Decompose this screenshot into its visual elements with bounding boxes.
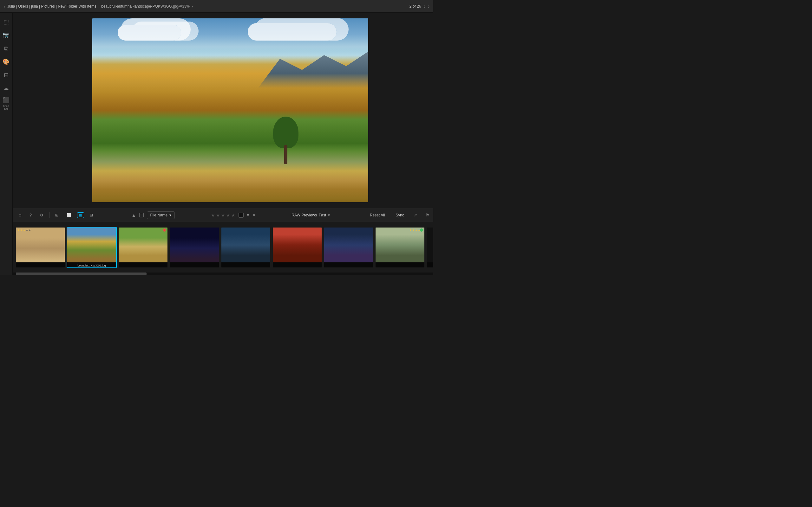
rate-star-4[interactable]: ★ — [226, 213, 230, 218]
thumb-img-3 — [170, 228, 219, 262]
raw-chevron: ▾ — [328, 213, 330, 217]
thumb-label-4 — [221, 262, 270, 268]
filename-label: File Name — [150, 213, 168, 217]
fast-label: Fast — [319, 213, 326, 217]
share-btn[interactable]: ↗ — [411, 211, 420, 220]
bottom-toolbar: □ ? ⚙ ⊞ ⬜ ▦ ⊟ ▲ — [13, 208, 433, 222]
palette-icon: 🎨 — [3, 58, 9, 65]
thumb-img-1 — [67, 228, 116, 262]
icon-bar: ⬚ 📷 ⧉ 🎨 ⊟ ☁ ⬛ Shortcuts — [0, 13, 12, 275]
main-image — [92, 18, 368, 202]
view-single-icon: □ — [19, 213, 21, 217]
filename-dropdown[interactable]: File Name ▾ — [147, 211, 175, 219]
counter-text: 2 of 26 — [409, 4, 421, 9]
thumb-label-2 — [119, 262, 167, 268]
camera-icon: 📷 — [3, 32, 9, 39]
center-area: □ ? ⚙ ⊞ ⬜ ▦ ⊟ ▲ — [13, 13, 433, 275]
icon-bar-display[interactable]: ⬚ — [0, 16, 12, 28]
icon-bar-shortcuts[interactable]: ⬛ Shortcuts — [0, 96, 12, 112]
thumb-label-3 — [170, 262, 219, 268]
rate-star-3[interactable]: ★ — [221, 213, 225, 218]
raw-previews-dropdown[interactable]: RAW Previews Fast ▾ — [292, 213, 330, 217]
film-thumb-4[interactable] — [221, 227, 271, 268]
rate-star-1[interactable]: ★ — [211, 213, 215, 218]
counter-prev[interactable]: ‹ — [423, 3, 425, 9]
icon-bar-palette[interactable]: 🎨 — [0, 56, 12, 68]
main-layout: ⬚ 📷 ⧉ 🎨 ⊟ ☁ ⬛ Shortcuts Browse Presets — [0, 13, 433, 275]
back-chevron[interactable]: ‹ — [4, 4, 5, 9]
cloud2 — [248, 23, 337, 41]
flag-btn[interactable]: ⚑ — [423, 211, 432, 220]
ts0-s1: ★ — [17, 228, 20, 232]
toolbar-reject[interactable]: ✕ — [252, 213, 256, 217]
filter-icon: ⊟ — [4, 72, 9, 78]
color-label-swatch[interactable] — [239, 213, 244, 218]
film-thumb-8[interactable] — [426, 227, 433, 268]
filmstrip-scroll[interactable] — [13, 273, 433, 275]
film-thumb-0[interactable]: ★ ★ ★ ★ ★ — [15, 227, 65, 268]
breadcrumb-path: Julia | Users | julia | Pictures | New F… — [7, 4, 96, 9]
counter-next[interactable]: › — [428, 3, 429, 9]
ts0-s4: ★ — [26, 228, 28, 232]
flag-icon: ⚑ — [426, 213, 429, 217]
icon-bar-camera[interactable]: 📷 — [0, 29, 12, 41]
film-thumb-7[interactable]: ★ ★ ★ ★ ★ — [375, 227, 425, 268]
grid-icon: ⊞ — [55, 213, 58, 217]
grid2-icon: ⊟ — [90, 213, 93, 217]
icon-bar-cloud[interactable]: ☁ — [0, 82, 12, 95]
thumb-label-6 — [324, 262, 373, 268]
thumb-label-5 — [273, 262, 322, 268]
ts7-s3: ★ — [415, 228, 417, 232]
nav-breadcrumb: ‹ Julia | Users | julia | Pictures | New… — [4, 4, 193, 9]
grid-view-2-btn[interactable]: ⊟ — [87, 212, 96, 219]
ts7-s2: ★ — [412, 228, 415, 232]
ts7-s1: ★ — [409, 228, 412, 232]
thumb-badge-7 — [420, 228, 423, 232]
settings-btn[interactable]: ⚙ — [38, 212, 46, 219]
rate-star-2[interactable]: ★ — [216, 213, 220, 218]
film-thumb-6[interactable] — [323, 227, 374, 268]
grid-view-btn[interactable]: ⊞ — [53, 212, 61, 219]
sort-arrow-up[interactable]: ▲ — [132, 213, 136, 218]
film-thumb-1[interactable]: beautiful...KW3GG.jpg — [67, 227, 117, 268]
compare-view-btn[interactable]: ⬜ — [64, 212, 74, 219]
icon-bar-filter[interactable]: ⊟ — [0, 69, 12, 81]
thumb-img-7 — [375, 228, 424, 262]
toolbar-heart[interactable]: ♥ — [247, 213, 249, 217]
main-image-area[interactable] — [13, 13, 433, 208]
reset-all-btn[interactable]: Reset All — [366, 212, 389, 219]
cloud1 — [118, 25, 181, 41]
filename-checkbox[interactable] — [139, 213, 144, 217]
film-thumb-2[interactable] — [118, 227, 168, 268]
thumb-label-7 — [375, 262, 424, 268]
help-icon: ? — [30, 213, 32, 217]
display-icon: ⬚ — [3, 18, 9, 25]
shortcuts-label: Shortcuts — [3, 105, 9, 111]
share-icon: ↗ — [414, 213, 417, 217]
icon-bar-layers-left[interactable]: ⧉ — [0, 43, 12, 55]
tree-trunk — [284, 145, 287, 164]
forward-chevron[interactable]: › — [192, 4, 193, 9]
top-bar: ‹ Julia | Users | julia | Pictures | New… — [0, 0, 433, 13]
thumb-img-4 — [221, 228, 270, 262]
breadcrumb-filename: beautiful-autumnal-landscape-PQKW3GG.jpg… — [101, 4, 190, 9]
sync-btn[interactable]: Sync — [392, 212, 408, 219]
view-single-btn[interactable]: □ — [16, 212, 24, 219]
image-counter: 2 of 26 ‹ › — [409, 3, 429, 9]
layers-left-icon: ⧉ — [4, 45, 8, 52]
ts0-s3: ★ — [23, 228, 26, 232]
film-thumb-5[interactable] — [272, 227, 322, 268]
settings-icon: ⚙ — [40, 213, 44, 217]
rate-star-5[interactable]: ★ — [231, 213, 235, 218]
thumb-badge-2 — [163, 228, 166, 232]
film-thumb-3[interactable] — [169, 227, 219, 268]
rating-stars: ★ ★ ★ ★ ★ — [211, 213, 235, 218]
filmstrip-view-btn[interactable]: ▦ — [77, 212, 84, 218]
shortcuts-icon: ⬛ — [3, 97, 9, 104]
compare-icon: ⬜ — [67, 213, 71, 217]
thumb-stars-0: ★ ★ ★ ★ ★ — [17, 228, 31, 232]
filmstrip-icon: ▦ — [79, 213, 82, 217]
thumb-img-5 — [273, 228, 322, 262]
help-btn[interactable]: ? — [27, 212, 34, 219]
thumb-img-0 — [16, 228, 65, 262]
